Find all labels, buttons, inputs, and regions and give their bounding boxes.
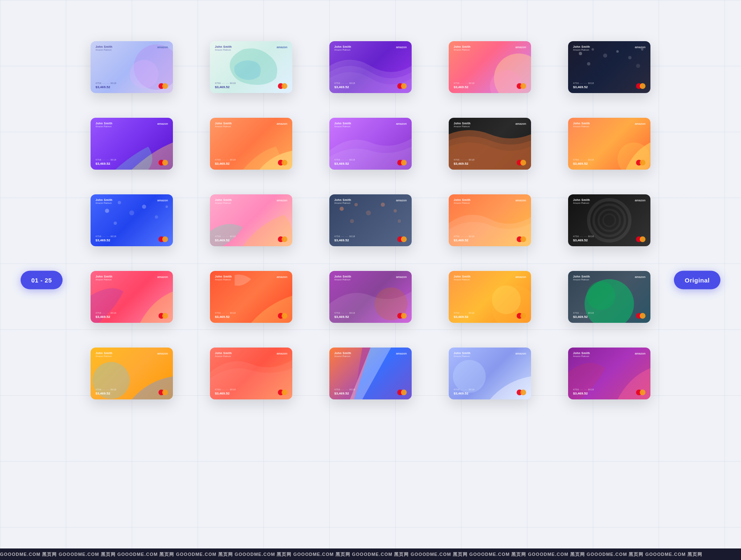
- card-content-18: John Smith Amazon Platinum amazon 4756 ·…: [329, 271, 412, 323]
- card-content-16: John Smith Amazon Platinum amazon 4756 ·…: [91, 271, 173, 323]
- card-amount-21: $3,469.52: [96, 392, 117, 395]
- credit-card-21[interactable]: John Smith Amazon Platinum amazon 4756 ·…: [91, 348, 173, 399]
- card-bottom-17: 4756 ···· ···· 9018 $3,469.52: [215, 312, 287, 319]
- credit-card-10[interactable]: John Smith Amazon Platinum amazon 4756 ·…: [568, 118, 650, 170]
- mc-right-15: [640, 236, 645, 242]
- prev-page-button[interactable]: 01 - 25: [21, 271, 63, 289]
- credit-card-9[interactable]: John Smith Amazon Platinum amazon 4756 ·…: [449, 118, 531, 170]
- card-amazon-16: amazon: [157, 275, 168, 279]
- card-amount-18: $3,469.52: [334, 315, 355, 319]
- credit-card-1[interactable]: John Smith Amazon Platinum amazon 4756 ·…: [91, 41, 173, 93]
- credit-card-23[interactable]: John Smith Amazon Platinum amazon 4756 ·…: [329, 348, 412, 399]
- card-amount-22: $3,469.52: [215, 392, 236, 395]
- card-number-16: 4756 ···· ···· 9018: [96, 312, 117, 314]
- credit-card-7[interactable]: John Smith Amazon Platinum amazon 4756 ·…: [210, 118, 292, 170]
- card-top-15: John Smith Amazon Platinum amazon: [573, 198, 645, 204]
- card-top-6: John Smith Amazon Platinum amazon: [96, 122, 168, 128]
- card-top-10: John Smith Amazon Platinum amazon: [573, 122, 645, 128]
- credit-card-18[interactable]: John Smith Amazon Platinum amazon 4756 ·…: [329, 271, 412, 323]
- card-amazon-23: amazon: [396, 352, 407, 355]
- credit-card-25[interactable]: John Smith Amazon Platinum amazon 4756 ·…: [568, 348, 650, 399]
- card-amazon-9: amazon: [515, 122, 526, 126]
- card-number-23: 4756 ···· ···· 9018: [334, 388, 355, 391]
- card-content-22: John Smith Amazon Platinum amazon 4756 ·…: [210, 348, 292, 399]
- card-number-3: 4756 ···· ···· 9018: [334, 82, 355, 84]
- credit-card-5[interactable]: John Smith Amazon Platinum amazon 4756 ·…: [568, 41, 650, 93]
- card-bottom-5: 4756 ···· ···· 9018 $3,469.52: [573, 82, 645, 89]
- card-bottom-22: 4756 ···· ···· 9018 $3,469.52: [215, 388, 287, 395]
- credit-card-2[interactable]: John Smith Amazon Platinum amazon 4756 ·…: [210, 41, 292, 93]
- card-amazon-14: amazon: [515, 198, 526, 202]
- card-mastercard-24: [517, 390, 526, 395]
- credit-card-8[interactable]: John Smith Amazon Platinum amazon 4756 ·…: [329, 118, 412, 170]
- card-amazon-1: amazon: [157, 45, 168, 49]
- credit-card-17[interactable]: John Smith Amazon Platinum amazon 4756 ·…: [210, 271, 292, 323]
- card-name-20: John Smith: [573, 275, 590, 278]
- card-amount-16: $3,469.52: [96, 315, 117, 319]
- card-content-6: John Smith Amazon Platinum amazon 4756 ·…: [91, 118, 173, 170]
- credit-card-19[interactable]: John Smith Amazon Platinum amazon 4756 ·…: [449, 271, 531, 323]
- card-mastercard-25: [636, 390, 645, 395]
- card-name-14: John Smith: [454, 198, 471, 201]
- card-bottom-8: 4756 ···· ···· 9018 $3,469.52: [334, 159, 407, 166]
- card-name-2: John Smith: [215, 45, 232, 48]
- card-amount-20: $3,469.52: [573, 315, 594, 319]
- card-top-8: John Smith Amazon Platinum amazon: [334, 122, 407, 128]
- card-mastercard-12: [278, 236, 287, 242]
- card-amount-10: $3,469.52: [573, 162, 594, 166]
- card-brand-12: Amazon Platinum: [215, 202, 232, 204]
- card-bottom-16: 4756 ···· ···· 9018 $3,469.52: [96, 312, 168, 319]
- card-brand-6: Amazon Platinum: [96, 125, 112, 128]
- card-bottom-7: 4756 ···· ···· 9018 $3,469.52: [215, 159, 287, 166]
- card-number-14: 4756 ···· ···· 9018: [454, 235, 475, 238]
- card-amount-5: $3,469.52: [573, 85, 594, 89]
- card-number-25: 4756 ···· ···· 9018: [573, 388, 594, 391]
- card-amount-6: $3,469.52: [96, 162, 117, 166]
- card-mastercard-10: [636, 160, 645, 166]
- mc-right-9: [520, 160, 526, 166]
- credit-card-13[interactable]: John Smith Amazon Platinum amazon 4756 ·…: [329, 194, 412, 246]
- card-bottom-1: 4756 ···· ···· 9018 $3,469.52: [96, 82, 168, 89]
- card-brand-24: Amazon Platinum: [454, 355, 471, 357]
- card-amazon-19: amazon: [515, 275, 526, 279]
- card-amount-8: $3,469.52: [334, 162, 355, 166]
- mc-right-3: [401, 83, 407, 89]
- credit-card-16[interactable]: John Smith Amazon Platinum amazon 4756 ·…: [91, 271, 173, 323]
- card-content-21: John Smith Amazon Platinum amazon 4756 ·…: [91, 348, 173, 399]
- card-brand-14: Amazon Platinum: [454, 202, 471, 204]
- credit-card-20[interactable]: John Smith Amazon Platinum amazon 4756 ·…: [568, 271, 650, 323]
- card-content-20: John Smith Amazon Platinum amazon 4756 ·…: [568, 271, 650, 323]
- card-number-18: 4756 ···· ···· 9018: [334, 312, 355, 314]
- mc-right-13: [401, 236, 407, 242]
- card-content-4: John Smith Amazon Platinum amazon 4756 ·…: [449, 41, 531, 93]
- next-page-button[interactable]: Original: [674, 271, 720, 289]
- card-top-4: John Smith Amazon Platinum amazon: [454, 45, 526, 51]
- card-bottom-19: 4756 ···· ···· 9018 $3,469.52: [454, 312, 526, 319]
- credit-card-12[interactable]: John Smith Amazon Platinum amazon 4756 ·…: [210, 194, 292, 246]
- credit-card-6[interactable]: John Smith Amazon Platinum amazon 4756 ·…: [91, 118, 173, 170]
- mc-right-10: [640, 160, 645, 166]
- credit-card-24[interactable]: John Smith Amazon Platinum amazon 4756 ·…: [449, 348, 531, 399]
- card-mastercard-1: [158, 83, 168, 89]
- card-mastercard-13: [397, 236, 407, 242]
- card-mastercard-5: [636, 83, 645, 89]
- card-amount-23: $3,469.52: [334, 392, 355, 395]
- card-amount-9: $3,469.52: [454, 162, 475, 166]
- credit-card-4[interactable]: John Smith Amazon Platinum amazon 4756 ·…: [449, 41, 531, 93]
- credit-card-15[interactable]: John Smith Amazon Platinum amazon 4756 ·…: [568, 194, 650, 246]
- credit-card-3[interactable]: John Smith Amazon Platinum amazon 4756 ·…: [329, 41, 412, 93]
- card-name-25: John Smith: [573, 352, 590, 355]
- card-top-24: John Smith Amazon Platinum amazon: [454, 352, 526, 357]
- credit-card-11[interactable]: John Smith Amazon Platinum amazon 4756 ·…: [91, 194, 173, 246]
- card-amazon-12: amazon: [277, 198, 287, 202]
- credit-card-14[interactable]: John Smith Amazon Platinum amazon 4756 ·…: [449, 194, 531, 246]
- card-mastercard-15: [636, 236, 645, 242]
- card-brand-8: Amazon Platinum: [334, 125, 351, 128]
- card-mastercard-9: [517, 160, 526, 166]
- card-name-9: John Smith: [454, 122, 471, 125]
- card-number-8: 4756 ···· ···· 9018: [334, 159, 355, 161]
- card-content-14: John Smith Amazon Platinum amazon 4756 ·…: [449, 194, 531, 246]
- credit-card-22[interactable]: John Smith Amazon Platinum amazon 4756 ·…: [210, 348, 292, 399]
- card-content-25: John Smith Amazon Platinum amazon 4756 ·…: [568, 348, 650, 399]
- card-number-10: 4756 ···· ···· 9018: [573, 159, 594, 161]
